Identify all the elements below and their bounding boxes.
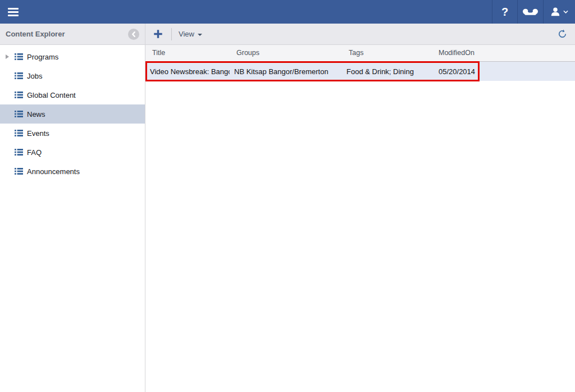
sidebar-item-label: Jobs xyxy=(27,72,42,80)
plus-icon xyxy=(153,29,163,39)
refresh-button[interactable] xyxy=(556,28,568,40)
column-header-title[interactable]: Title xyxy=(145,45,230,61)
topbar-actions: ? xyxy=(492,0,575,24)
menu-button[interactable] xyxy=(0,0,26,24)
list-icon xyxy=(15,72,23,79)
user-icon xyxy=(550,7,560,17)
sidebar-title: Content Explorer xyxy=(6,30,128,38)
phone-handset-icon xyxy=(523,8,538,16)
help-icon: ? xyxy=(501,6,508,19)
sidebar-item-label: Announcements xyxy=(27,167,80,176)
list-icon xyxy=(15,168,23,175)
content-grid: Title Groups Tags ModifiedOn Video Newsb… xyxy=(145,45,575,392)
sidebar-item-programs[interactable]: Programs xyxy=(0,47,145,66)
sidebar-item-label: Events xyxy=(27,129,49,138)
sidebar-item-label: News xyxy=(27,110,45,118)
column-header-groups[interactable]: Groups xyxy=(230,45,342,61)
expand-arrow-icon[interactable] xyxy=(4,54,15,59)
sidebar-item-global-content[interactable]: Global Content xyxy=(0,85,145,104)
toolbar-separator xyxy=(171,28,172,40)
phone-button[interactable] xyxy=(517,0,543,24)
sidebar-item-label: Global Content xyxy=(27,91,76,99)
view-dropdown-label: View xyxy=(179,30,194,38)
topbar: ? xyxy=(0,0,575,24)
cell-modifiedon: 05/20/2014 xyxy=(432,67,499,76)
chevron-down-icon xyxy=(563,10,568,13)
chevron-left-circle-icon xyxy=(128,29,139,40)
list-icon xyxy=(15,53,23,60)
list-icon xyxy=(15,149,23,156)
list-icon xyxy=(15,130,23,136)
view-dropdown[interactable]: View xyxy=(179,30,202,38)
table-row[interactable]: Video Newsbreak: Bango... NB Kitsap Bang… xyxy=(145,62,575,81)
list-icon xyxy=(15,111,23,117)
cell-groups: NB Kitsap Bangor/Bremerton xyxy=(230,67,342,76)
sidebar-item-news[interactable]: News xyxy=(0,104,145,124)
help-button[interactable]: ? xyxy=(492,0,517,24)
sidebar-item-label: Programs xyxy=(27,53,58,61)
sidebar-item-announcements[interactable]: Announcements xyxy=(0,162,145,181)
content-toolbar: View xyxy=(145,24,575,45)
content-explorer-sidebar: Content Explorer Programs xyxy=(0,24,145,392)
sidebar-item-label: FAQ xyxy=(27,148,42,157)
main-panel: View Title Groups Tags ModifiedOn Video … xyxy=(145,24,575,392)
collapse-sidebar-button[interactable] xyxy=(128,29,139,40)
refresh-icon xyxy=(558,29,567,39)
sidebar-item-events[interactable]: Events xyxy=(0,124,145,143)
cell-title: Video Newsbreak: Bango... xyxy=(145,67,230,76)
hamburger-icon xyxy=(8,8,19,16)
cell-tags: Food & Drink; Dining xyxy=(342,67,432,76)
app-shell: Content Explorer Programs xyxy=(0,24,575,392)
column-header-modifiedon[interactable]: ModifiedOn xyxy=(432,45,499,61)
sidebar-item-jobs[interactable]: Jobs xyxy=(0,66,145,85)
sidebar-item-faq[interactable]: FAQ xyxy=(0,143,145,162)
sidebar-header: Content Explorer xyxy=(0,24,145,45)
user-menu-button[interactable] xyxy=(543,0,575,24)
list-icon xyxy=(15,92,23,98)
column-header-tags[interactable]: Tags xyxy=(342,45,432,61)
sidebar-list: Programs Jobs Global Content xyxy=(0,45,145,181)
caret-down-icon xyxy=(198,34,202,36)
grid-header: Title Groups Tags ModifiedOn xyxy=(145,45,575,62)
add-content-button[interactable] xyxy=(151,28,165,41)
